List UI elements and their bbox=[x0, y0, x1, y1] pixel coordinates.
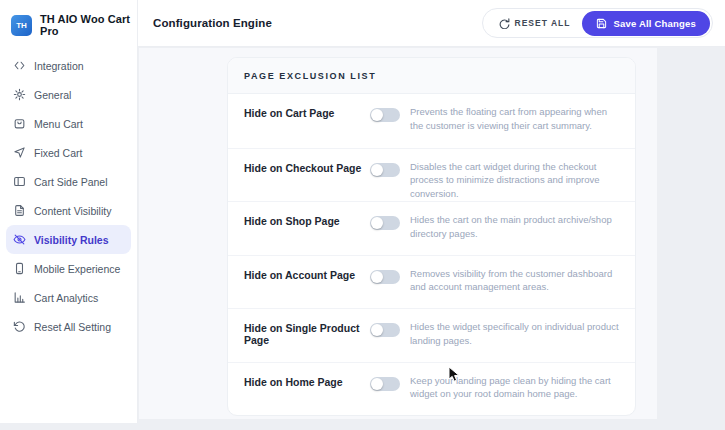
setting-description: Hides the cart on the main product archi… bbox=[410, 213, 619, 240]
sidebar-item-visibility-rules[interactable]: Visibility Rules bbox=[6, 225, 131, 254]
setting-label: Hide on Shop Page bbox=[244, 213, 370, 227]
menu-cart-icon bbox=[13, 117, 26, 130]
toggle-knob bbox=[371, 378, 383, 390]
document-icon bbox=[13, 204, 26, 217]
toggle-knob bbox=[371, 164, 383, 176]
sidebar-item-label: Fixed Cart bbox=[34, 147, 82, 159]
sidebar-item-label: Content Visibility bbox=[34, 205, 111, 217]
setting-row: Hide on Account Page Removes visibility … bbox=[228, 255, 635, 309]
page-exclusion-card: PAGE EXCLUSION LIST Hide on Cart Page Pr… bbox=[227, 57, 636, 416]
toggle-knob bbox=[371, 324, 383, 336]
code-icon bbox=[13, 59, 26, 72]
setting-description: Prevents the floating cart from appearin… bbox=[410, 105, 619, 132]
setting-label: Hide on Single Product Page bbox=[244, 320, 370, 346]
toggle-knob bbox=[371, 271, 383, 283]
setting-label: Hide on Account Page bbox=[244, 267, 370, 281]
brand-name: TH AIO Woo Cart Pro bbox=[40, 13, 137, 37]
refresh-icon bbox=[499, 18, 510, 29]
sidebar-item-label: Menu Cart bbox=[34, 118, 83, 130]
brand-logo: TH bbox=[11, 15, 32, 36]
eye-off-icon bbox=[13, 233, 26, 246]
sidebar-item-fixed-cart[interactable]: Fixed Cart bbox=[6, 138, 131, 167]
card-header: PAGE EXCLUSION LIST bbox=[228, 58, 635, 94]
reset-all-button[interactable]: RESET ALL bbox=[499, 18, 571, 29]
toggle-switch[interactable] bbox=[370, 216, 400, 230]
bottom-strip bbox=[0, 423, 725, 430]
toggle-switch[interactable] bbox=[370, 163, 400, 177]
toggle-switch[interactable] bbox=[370, 323, 400, 337]
sidebar-item-reset-all-setting[interactable]: Reset All Setting bbox=[6, 312, 131, 341]
side-panel-icon bbox=[13, 175, 26, 188]
card-title: PAGE EXCLUSION LIST bbox=[244, 71, 376, 81]
sidebar-item-label: Cart Side Panel bbox=[34, 176, 108, 188]
sidebar: TH TH AIO Woo Cart Pro Integration Gener… bbox=[0, 0, 138, 423]
sidebar-item-content-visibility[interactable]: Content Visibility bbox=[6, 196, 131, 225]
toggle-knob bbox=[371, 109, 383, 121]
cursor-icon bbox=[13, 146, 26, 159]
top-header: Configuration Engine RESET ALL Save All … bbox=[138, 0, 725, 47]
setting-description: Keep your landing page clean by hiding t… bbox=[410, 374, 619, 401]
setting-row: Hide on Shop Page Hides the cart on the … bbox=[228, 201, 635, 255]
setting-row: Hide on Single Product Page Hides the wi… bbox=[228, 308, 635, 362]
phone-icon bbox=[13, 262, 26, 275]
setting-label: Hide on Home Page bbox=[244, 374, 370, 388]
page-title: Configuration Engine bbox=[153, 17, 272, 29]
sidebar-item-general[interactable]: General bbox=[6, 80, 131, 109]
sidebar-item-label: Integration bbox=[34, 60, 84, 72]
gear-icon bbox=[13, 88, 26, 101]
save-icon bbox=[596, 18, 607, 29]
sidebar-item-integration[interactable]: Integration bbox=[6, 51, 131, 80]
toggle-switch[interactable] bbox=[370, 377, 400, 391]
brand: TH TH AIO Woo Cart Pro bbox=[0, 0, 137, 49]
sidebar-item-menu-cart[interactable]: Menu Cart bbox=[6, 109, 131, 138]
save-all-changes-label: Save All Changes bbox=[613, 18, 696, 29]
setting-description: Hides the widget specifically on individ… bbox=[410, 320, 619, 347]
app-window: Configuration Engine RESET ALL Save All … bbox=[0, 0, 725, 430]
sidebar-item-label: Visibility Rules bbox=[34, 234, 109, 246]
bar-chart-icon bbox=[13, 291, 26, 304]
reset-all-label: RESET ALL bbox=[515, 18, 571, 28]
content-area: PAGE EXCLUSION LIST Hide on Cart Page Pr… bbox=[139, 48, 657, 419]
save-all-changes-button[interactable]: Save All Changes bbox=[582, 11, 710, 36]
setting-label: Hide on Cart Page bbox=[244, 105, 370, 119]
setting-description: Disables the cart widget during the chec… bbox=[410, 160, 619, 201]
setting-description: Removes visibility from the customer das… bbox=[410, 267, 619, 294]
sidebar-item-cart-side-panel[interactable]: Cart Side Panel bbox=[6, 167, 131, 196]
sidebar-item-mobile-experience[interactable]: Mobile Experience bbox=[6, 254, 131, 283]
toggle-switch[interactable] bbox=[370, 270, 400, 284]
setting-row: Hide on Home Page Keep your landing page… bbox=[228, 362, 635, 416]
header-actions: RESET ALL Save All Changes bbox=[482, 8, 714, 38]
toggle-switch[interactable] bbox=[370, 108, 400, 122]
setting-label: Hide on Checkout Page bbox=[244, 160, 370, 174]
setting-row: Hide on Checkout Page Disables the cart … bbox=[228, 148, 635, 202]
sidebar-item-label: General bbox=[34, 89, 71, 101]
sidebar-item-label: Cart Analytics bbox=[34, 292, 98, 304]
sidebar-nav: Integration General Menu Cart Fixed Cart bbox=[0, 49, 137, 343]
setting-row: Hide on Cart Page Prevents the floating … bbox=[228, 94, 635, 148]
sidebar-item-label: Mobile Experience bbox=[34, 263, 120, 275]
sidebar-item-cart-analytics[interactable]: Cart Analytics bbox=[6, 283, 131, 312]
toggle-knob bbox=[371, 217, 383, 229]
sidebar-item-label: Reset All Setting bbox=[34, 321, 111, 333]
refresh-icon bbox=[13, 320, 26, 333]
